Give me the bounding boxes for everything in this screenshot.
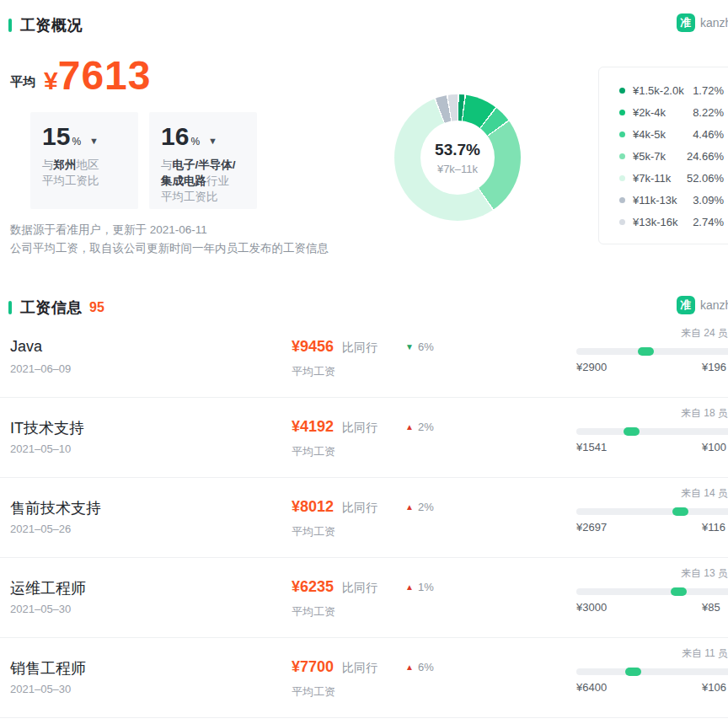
job-date: 2021–05–26 [10,523,71,535]
list-item[interactable]: Java 2021–06–09 ¥9456 平均工资 比同行 ▼6% 来自 24… [0,318,728,398]
range-bar-marker [625,668,641,676]
job-salary: ¥6235 [292,578,334,596]
range-min: ¥2697 [576,521,607,534]
currency-symbol: ¥ [44,67,58,94]
job-salary: ¥7700 [292,658,334,676]
job-salary: ¥4192 [292,418,334,436]
salary-row-list: Java 2021–06–09 ¥9456 平均工资 比同行 ▼6% 来自 24… [0,318,728,718]
caret-down-icon[interactable]: ▼ [89,136,99,146]
range-max: ¥196 [702,361,726,373]
peer-compare-trend: ▼6% [405,341,434,353]
trend-down-icon: ▼ [405,342,414,351]
job-salary-label: 平均工资 [292,364,335,379]
overview-header: 工资概况 [8,15,83,35]
trend-up-icon: ▲ [405,502,414,512]
region-pct-unit: % [72,136,81,147]
peer-compare-label: 比同行 [342,661,377,676]
job-title: IT技术支持 [10,418,84,438]
peer-compare-label: 比同行 [342,421,377,436]
range-min: ¥6400 [576,681,607,694]
chart-legend: ¥1.5k-2.0k1.72% ¥2k-4k8.22% ¥4k-5k4.46% … [598,67,728,244]
legend-item: ¥4k-5k4.46% [619,123,724,145]
peer-compare-label: 比同行 [342,501,377,516]
legend-item: ¥13k-16k2.74% [619,211,724,233]
job-date: 2021–05–10 [10,442,71,455]
range-bar-track [576,588,728,595]
kanzhun-logo-text: kanzhun [700,16,728,29]
legend-item: ¥11k-13k3.09% [619,189,724,211]
legend-dot [619,153,625,159]
legend-dot [619,175,625,181]
average-number: 7613 [58,53,152,98]
salary-range: 来自 18 员工爆料 ¥1541 ¥100 [576,398,728,478]
salary-list-header: 工资信息 95 [8,298,104,318]
job-salary-label: 平均工资 [292,444,335,459]
average-value: ¥7613 [44,56,151,96]
legend-item: ¥2k-4k8.22% [619,101,724,123]
salary-range: 来自 14 员工爆料 ¥2697 ¥116 [576,478,728,558]
trend-pct: 6% [418,341,434,353]
legend-dot [619,110,625,115]
region-pct-value: 15 [42,124,70,149]
salary-list-count: 95 [89,300,104,315]
trend-pct: 2% [418,501,434,513]
disclaimer-line2: 公司平均工资，取自该公司更新时间一年内员工发布的工资信息 [10,239,329,258]
job-title: Java [10,338,42,356]
overview-title: 工资概况 [20,15,83,35]
range-bar-track [576,428,728,435]
job-date: 2021–05–30 [10,683,71,695]
peer-compare-trend: ▲1% [405,581,434,593]
trend-pct: 1% [418,581,434,593]
legend-dot [619,131,625,137]
average-label: 平均 [10,74,35,96]
trend-pct: 2% [418,421,434,433]
industry-pct-unit: % [190,136,200,147]
list-item[interactable]: 销售工程师 2021–05–30 ¥7700 平均工资 比同行 ▲6% 来自 1… [0,638,728,718]
source-count: 来自 13 员工爆料 [576,566,728,581]
job-salary-label: 平均工资 [292,684,335,700]
peer-compare-trend: ▲6% [405,661,434,673]
source-count: 来自 18 员工爆料 [576,406,728,421]
data-disclaimer: 数据源于看准用户，更新于 2021-06-11 公司平均工资，取自该公司更新时间… [10,221,329,258]
disclaimer-line1: 数据源于看准用户，更新于 2021-06-11 [10,221,329,239]
list-item[interactable]: 售前技术支持 2021–05–26 ¥8012 平均工资 比同行 ▲2% 来自 … [0,478,728,558]
kanzhun-logo[interactable]: 准 kanzhun [677,13,728,32]
source-count: 来自 24 员工爆料 [576,326,728,341]
range-min: ¥1541 [576,441,607,453]
salary-distribution-donut: 53.7% ¥7k–11k [394,94,521,221]
job-title: 销售工程师 [10,658,86,678]
range-max: ¥100 [702,441,726,453]
region-compare-text: 与郑州地区 平均工资比 [42,157,126,189]
range-bar-marker [624,427,640,436]
list-item[interactable]: IT技术支持 2021–05–10 ¥4192 平均工资 比同行 ▲2% 来自 … [0,398,728,478]
peer-compare-label: 比同行 [342,581,377,596]
salary-range: 来自 11 员工爆料 ¥6400 ¥106 [576,638,728,718]
legend-dot [619,88,625,94]
average-salary: 平均 ¥7613 [10,56,151,96]
industry-pct-value: 16 [161,124,189,149]
range-max: ¥85 [702,601,720,614]
industry-compare-line2: 平均工资比 [161,189,245,205]
job-salary: ¥9456 [292,338,334,356]
legend-dot [619,197,625,203]
peer-compare-label: 比同行 [342,341,377,356]
legend-item: ¥5k-7k24.66% [619,145,724,167]
salary-page: 工资概况 准 kanzhun 平均 ¥7613 15 % ▼ 与郑州地区 平均工… [0,0,728,724]
trend-up-icon: ▲ [405,582,414,592]
peer-compare-trend: ▲2% [405,501,434,513]
kanzhun-logo-icon: 准 [677,13,695,32]
range-min: ¥3000 [576,601,607,614]
salary-list-title: 工资信息 [20,298,83,318]
range-bar-marker [638,347,654,356]
legend-dot [619,219,625,225]
range-bar-marker [672,507,688,516]
kanzhun-logo-icon: 准 [677,296,695,314]
kanzhun-logo[interactable]: 准 kanzhun [677,296,728,314]
job-salary: ¥8012 [292,498,334,516]
range-bar-track [576,668,728,675]
list-item[interactable]: 运维工程师 2021–05–30 ¥6235 平均工资 比同行 ▲1% 来自 1… [0,558,728,638]
caret-down-icon[interactable]: ▼ [208,136,217,146]
section-marker [8,301,12,314]
source-count: 来自 11 员工爆料 [576,646,728,661]
legend-item: ¥1.5k-2.0k1.72% [619,79,724,101]
